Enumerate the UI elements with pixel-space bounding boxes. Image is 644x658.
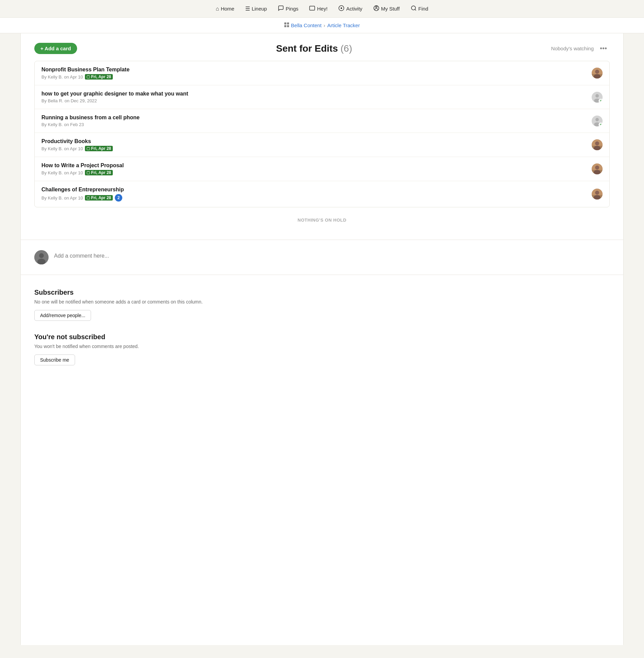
find-icon bbox=[411, 5, 417, 13]
table-row[interactable]: Challenges of Entrepreneurship By Kelly … bbox=[35, 181, 609, 207]
activity-icon bbox=[338, 5, 344, 13]
card-meta: By Kelly B. on Apr 10 Fri, Apr 28 bbox=[41, 170, 592, 175]
svg-point-17 bbox=[595, 94, 599, 98]
nav-activity-label: Activity bbox=[346, 6, 362, 12]
avatar bbox=[592, 189, 603, 200]
add-assignee-icon[interactable]: + bbox=[598, 122, 603, 126]
comment-input[interactable] bbox=[54, 250, 610, 262]
add-card-button[interactable]: + Add a card bbox=[34, 43, 77, 54]
hold-section: NOTHING'S ON HOLD bbox=[34, 207, 610, 233]
svg-point-33 bbox=[594, 170, 601, 174]
avatar bbox=[592, 139, 603, 150]
avatar: + bbox=[592, 92, 603, 103]
svg-rect-28 bbox=[87, 172, 90, 174]
subscribers-description: No one will be notified when someone add… bbox=[34, 299, 610, 305]
card-meta: By Kelly B. on Apr 10 Fri, Apr 28 2 bbox=[41, 194, 592, 202]
nav-find[interactable]: Find bbox=[407, 3, 432, 15]
not-subscribed-section: You're not subscribed You won't be notif… bbox=[34, 333, 610, 365]
nav-home[interactable]: ⌂ Home bbox=[212, 4, 238, 14]
column-title: Sent for Edits (6) bbox=[276, 43, 352, 54]
table-row[interactable]: how to get your graphic designer to make… bbox=[35, 85, 609, 109]
svg-rect-6 bbox=[284, 22, 286, 24]
comment-section bbox=[21, 240, 623, 275]
pings-icon bbox=[278, 5, 284, 13]
nav-pings-label: Pings bbox=[286, 6, 299, 12]
svg-point-15 bbox=[594, 74, 601, 79]
cards-list: Nonprofit Business Plan Template By Kell… bbox=[34, 61, 610, 207]
svg-point-1 bbox=[341, 7, 342, 9]
nav-hey-label: Hey! bbox=[317, 6, 327, 12]
nav-activity[interactable]: Activity bbox=[334, 3, 366, 15]
top-nav: ⌂ Home ☰ Lineup Pings Hey! Activity bbox=[0, 0, 644, 18]
svg-rect-9 bbox=[287, 25, 289, 27]
svg-point-4 bbox=[411, 6, 415, 10]
add-assignee-icon[interactable]: + bbox=[598, 99, 603, 103]
svg-point-14 bbox=[595, 70, 599, 74]
nav-pings[interactable]: Pings bbox=[274, 3, 303, 15]
card-meta: By Kelly B. on Apr 10 Fri, Apr 28 bbox=[41, 146, 592, 151]
svg-rect-22 bbox=[87, 148, 90, 150]
svg-point-39 bbox=[594, 195, 601, 200]
table-row[interactable]: Running a business from a cell phone By … bbox=[35, 109, 609, 133]
subscribe-me-button[interactable]: Subscribe me bbox=[34, 354, 75, 365]
avatar: + bbox=[592, 116, 603, 126]
svg-point-27 bbox=[594, 146, 601, 150]
add-remove-people-button[interactable]: Add/remove people... bbox=[34, 310, 91, 321]
due-date-badge: Fri, Apr 28 bbox=[85, 170, 113, 175]
avatar bbox=[592, 68, 603, 79]
lineup-icon: ☰ bbox=[245, 5, 250, 12]
card-title: Nonprofit Business Plan Template bbox=[41, 67, 592, 73]
svg-point-20 bbox=[595, 118, 599, 121]
svg-point-3 bbox=[376, 6, 377, 8]
hey-icon bbox=[309, 5, 315, 13]
table-row[interactable]: Nonprofit Business Plan Template By Kell… bbox=[35, 61, 609, 85]
svg-point-32 bbox=[595, 166, 599, 170]
nav-lineup-label: Lineup bbox=[252, 6, 267, 12]
not-subscribed-description: You won't be notified when comments are … bbox=[34, 344, 610, 349]
due-date-badge: Fri, Apr 28 bbox=[85, 74, 113, 80]
subscribers-section: Subscribers No one will be notified when… bbox=[21, 275, 623, 379]
notification-count: 2 bbox=[115, 194, 122, 202]
table-row[interactable]: How to Write a Project Proposal By Kelly… bbox=[35, 157, 609, 181]
more-options-button[interactable]: ••• bbox=[597, 43, 610, 54]
due-date-badge: Fri, Apr 28 bbox=[85, 195, 113, 201]
nav-home-label: Home bbox=[221, 6, 234, 12]
cards-section: Nonprofit Business Plan Template By Kell… bbox=[21, 61, 623, 240]
column-title-text: Sent for Edits bbox=[276, 43, 338, 54]
commenter-avatar bbox=[34, 250, 49, 264]
watching-area: Nobody's watching ••• bbox=[551, 43, 610, 54]
nav-lineup[interactable]: ☰ Lineup bbox=[241, 3, 271, 14]
svg-point-41 bbox=[39, 253, 44, 258]
nav-mystuff-label: My Stuff bbox=[381, 6, 400, 12]
due-date-badge: Fri, Apr 28 bbox=[85, 146, 113, 151]
avatar bbox=[592, 163, 603, 174]
table-row[interactable]: Productivity Books By Kelly B. on Apr 10… bbox=[35, 133, 609, 157]
home-icon: ⌂ bbox=[216, 6, 219, 12]
hold-label: NOTHING'S ON HOLD bbox=[298, 218, 346, 223]
column-count: (6) bbox=[341, 43, 352, 54]
card-meta: By Kelly B. on Apr 10 Fri, Apr 28 bbox=[41, 74, 592, 80]
svg-rect-34 bbox=[87, 197, 90, 200]
not-subscribed-title: You're not subscribed bbox=[34, 333, 610, 341]
svg-point-38 bbox=[595, 191, 599, 195]
card-meta: By Bella R. on Dec 29, 2022 bbox=[41, 98, 592, 103]
card-title: How to Write a Project Proposal bbox=[41, 162, 592, 169]
card-title: Challenges of Entrepreneurship bbox=[41, 187, 592, 193]
card-title: Productivity Books bbox=[41, 138, 592, 144]
watching-label: Nobody's watching bbox=[551, 46, 594, 51]
mystuff-icon bbox=[373, 5, 379, 13]
breadcrumb-separator: › bbox=[324, 22, 325, 28]
card-title: Running a business from a cell phone bbox=[41, 115, 592, 121]
nav-mystuff[interactable]: My Stuff bbox=[369, 3, 404, 15]
nav-hey[interactable]: Hey! bbox=[305, 3, 332, 15]
card-title: how to get your graphic designer to make… bbox=[41, 91, 592, 97]
column-header: + Add a card Sent for Edits (6) Nobody's… bbox=[21, 33, 623, 61]
svg-rect-8 bbox=[284, 25, 286, 27]
nav-find-label: Find bbox=[418, 6, 428, 12]
grid-icon bbox=[284, 22, 289, 28]
svg-rect-10 bbox=[87, 76, 90, 79]
subscribers-title: Subscribers bbox=[34, 289, 610, 296]
breadcrumb-project[interactable]: Bella Content bbox=[291, 22, 322, 28]
card-meta: By Kelly B. on Feb 23 bbox=[41, 122, 592, 127]
breadcrumb-section[interactable]: Article Tracker bbox=[327, 22, 360, 28]
